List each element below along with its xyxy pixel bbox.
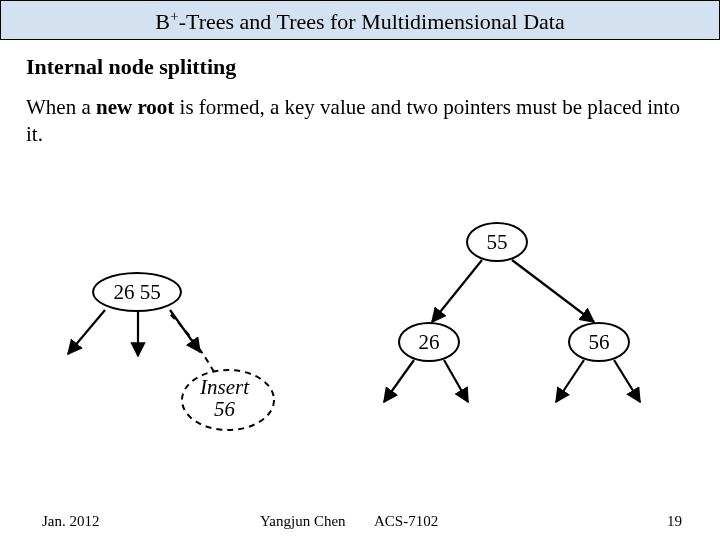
footer-date: Jan. 2012	[42, 513, 100, 530]
insert-annotation: Insert 56	[200, 376, 249, 420]
body-bold: new root	[96, 95, 174, 119]
footer-course: ACS-7102	[374, 513, 438, 530]
subheading: Internal node splitting	[26, 54, 694, 80]
footer-page: 19	[667, 513, 682, 530]
node-c56-label: 56	[589, 330, 610, 355]
body-paragraph: When a new root is formed, a key value a…	[26, 94, 694, 147]
svg-line-9	[614, 360, 640, 402]
svg-line-2	[170, 310, 200, 352]
svg-line-8	[556, 360, 584, 402]
node-child-26: 26	[398, 322, 460, 362]
node-root-55: 55	[466, 222, 528, 262]
svg-line-6	[384, 360, 414, 402]
node-left-26-55: 26 55	[92, 272, 182, 312]
node-left-label: 26 55	[113, 280, 160, 305]
svg-line-4	[432, 260, 482, 322]
svg-line-7	[444, 360, 468, 402]
title-sup: +	[170, 7, 179, 24]
svg-line-5	[512, 260, 594, 322]
body-pre: When a	[26, 95, 96, 119]
title-prefix: B	[155, 9, 170, 34]
svg-line-0	[68, 310, 105, 354]
insert-value: 56	[214, 397, 235, 421]
insert-word: Insert	[200, 375, 249, 399]
svg-point-3	[182, 370, 274, 430]
slide-title: B+-Trees and Trees for Multidimensional …	[0, 0, 720, 40]
node-c26-label: 26	[419, 330, 440, 355]
footer-author: Yangjun Chen	[260, 513, 346, 530]
title-rest: -Trees and Trees for Multidimensional Da…	[179, 9, 565, 34]
node-root-label: 55	[487, 230, 508, 255]
node-child-56: 56	[568, 322, 630, 362]
